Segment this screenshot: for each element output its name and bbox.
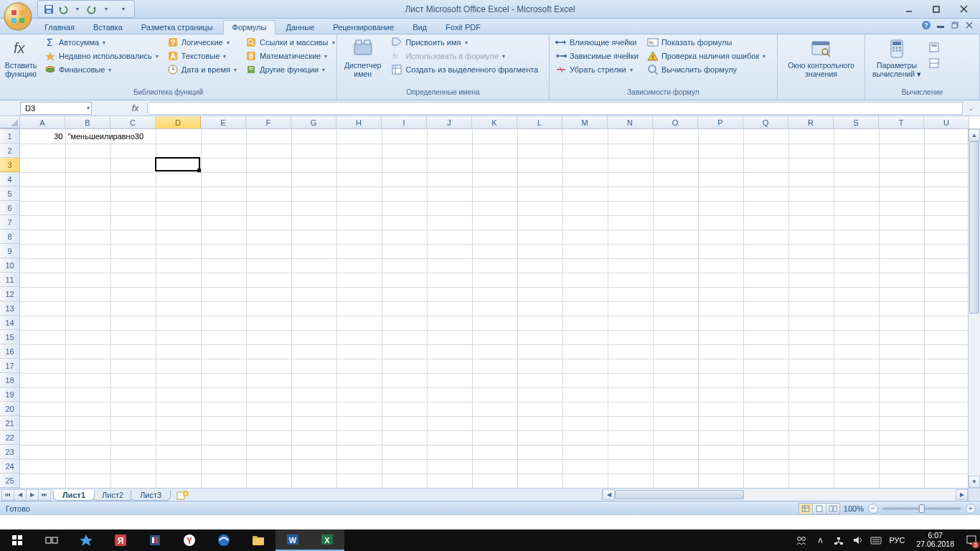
cell[interactable]: [743, 373, 788, 387]
cell[interactable]: [201, 474, 246, 488]
cell[interactable]: [246, 172, 291, 187]
cell[interactable]: [20, 373, 65, 387]
cell[interactable]: [472, 258, 517, 273]
cell[interactable]: [517, 187, 562, 201]
cell[interactable]: [291, 373, 336, 387]
cell[interactable]: [517, 244, 562, 258]
cell[interactable]: [834, 430, 879, 445]
column-header[interactable]: L: [517, 116, 562, 128]
row-header[interactable]: 8: [0, 230, 20, 244]
cell[interactable]: [382, 287, 427, 301]
cell[interactable]: [427, 316, 472, 330]
cell[interactable]: [246, 301, 291, 316]
cell[interactable]: [156, 301, 201, 316]
qat-customize-icon[interactable]: ▾: [118, 4, 128, 14]
cell[interactable]: [879, 215, 924, 230]
cell[interactable]: [608, 129, 653, 143]
cell[interactable]: [291, 416, 336, 430]
cell[interactable]: [517, 215, 562, 230]
cell[interactable]: [517, 459, 562, 474]
financial-button[interactable]: Финансовые▾: [42, 63, 161, 76]
cell[interactable]: [291, 316, 336, 330]
cell[interactable]: [698, 359, 743, 373]
cell[interactable]: [427, 143, 472, 158]
cell[interactable]: [65, 301, 110, 316]
cell[interactable]: [156, 373, 201, 387]
cell[interactable]: [517, 330, 562, 344]
cell[interactable]: [834, 287, 879, 301]
cell[interactable]: [743, 244, 788, 258]
cell[interactable]: [427, 359, 472, 373]
cell[interactable]: [788, 387, 834, 402]
cell[interactable]: [743, 474, 788, 488]
tab-вид[interactable]: Вид: [404, 21, 435, 34]
row-header[interactable]: 20: [0, 402, 20, 416]
cell[interactable]: [608, 273, 653, 287]
sheet-nav-prev[interactable]: ◀: [14, 489, 27, 501]
cell[interactable]: [788, 273, 834, 287]
cell[interactable]: [743, 402, 788, 416]
cell[interactable]: [653, 244, 698, 258]
tab-главная[interactable]: Главная: [36, 21, 83, 34]
cell[interactable]: [834, 143, 879, 158]
cell[interactable]: [834, 230, 879, 244]
cell[interactable]: [879, 445, 924, 459]
cell[interactable]: [291, 187, 336, 201]
cell[interactable]: [156, 201, 201, 215]
cell[interactable]: [291, 430, 336, 445]
cell[interactable]: [336, 244, 382, 258]
cell[interactable]: [562, 143, 608, 158]
insert-sheet-button[interactable]: ✦: [174, 490, 192, 500]
cell[interactable]: [743, 158, 788, 172]
cell[interactable]: [291, 215, 336, 230]
cell[interactable]: [427, 230, 472, 244]
cell[interactable]: [562, 445, 608, 459]
cell[interactable]: [653, 273, 698, 287]
taskbar-excel[interactable]: X: [310, 529, 344, 551]
row-header[interactable]: 11: [0, 273, 20, 287]
watch-window-button[interactable]: Окно контрольногозначения: [783, 36, 859, 80]
cell[interactable]: [156, 459, 201, 474]
trace-dependents-button[interactable]: Зависимые ячейки: [552, 50, 641, 62]
cell[interactable]: [788, 459, 834, 474]
column-header[interactable]: H: [336, 116, 382, 128]
cell[interactable]: [788, 143, 834, 158]
cell[interactable]: [562, 316, 608, 330]
cell[interactable]: [879, 273, 924, 287]
cell[interactable]: [20, 402, 65, 416]
cell[interactable]: "меньшеилиравно30: [65, 129, 110, 143]
cell[interactable]: [201, 287, 246, 301]
cell[interactable]: [65, 416, 110, 430]
taskbar-app-2[interactable]: Я: [103, 529, 138, 551]
cell[interactable]: [834, 273, 879, 287]
tray-keyboard-icon[interactable]: [870, 534, 882, 546]
cell[interactable]: [608, 445, 653, 459]
cell[interactable]: [834, 359, 879, 373]
cell[interactable]: [517, 416, 562, 430]
cell[interactable]: [562, 215, 608, 230]
cell[interactable]: [201, 373, 246, 387]
cell[interactable]: [879, 330, 924, 344]
cell[interactable]: [834, 459, 879, 474]
cell[interactable]: [517, 230, 562, 244]
column-header[interactable]: O: [653, 116, 698, 128]
cell[interactable]: [653, 187, 698, 201]
cell[interactable]: [924, 330, 969, 344]
cell[interactable]: [743, 387, 788, 402]
cell[interactable]: [246, 445, 291, 459]
cell[interactable]: [246, 244, 291, 258]
calculate-sheet-icon[interactable]: [928, 57, 940, 69]
cell[interactable]: [653, 201, 698, 215]
cell[interactable]: [834, 316, 879, 330]
cell[interactable]: [427, 344, 472, 359]
cell[interactable]: [201, 416, 246, 430]
cell[interactable]: [291, 445, 336, 459]
cell[interactable]: [65, 445, 110, 459]
cell[interactable]: [110, 172, 156, 187]
cell[interactable]: [201, 201, 246, 215]
cell[interactable]: [698, 445, 743, 459]
cell[interactable]: [608, 258, 653, 273]
cell[interactable]: [110, 402, 156, 416]
cell[interactable]: [562, 402, 608, 416]
cell[interactable]: [472, 402, 517, 416]
